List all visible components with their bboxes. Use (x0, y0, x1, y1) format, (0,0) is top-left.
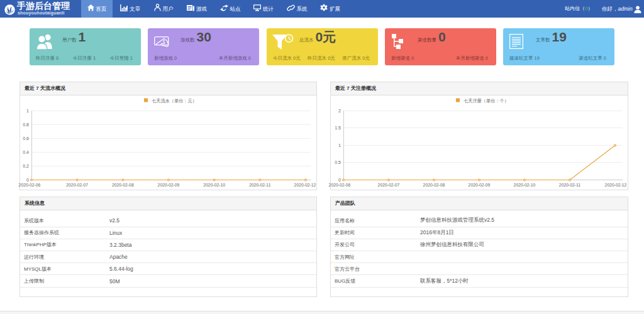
svg-text:1: 1 (338, 143, 341, 148)
svg-text:0: 0 (338, 178, 341, 182)
svg-text:2020-02-12: 2020-02-12 (605, 183, 627, 187)
svg-text:2020-02-07: 2020-02-07 (66, 183, 88, 187)
svg-text:2: 2 (338, 109, 341, 113)
svg-text:2020-02-08: 2020-02-08 (112, 183, 134, 187)
svg-text:0: 0 (26, 178, 29, 182)
svg-text:2020-02-10: 2020-02-10 (203, 183, 225, 187)
svg-text:0.5: 0.5 (335, 160, 341, 165)
svg-text:2020-02-11: 2020-02-11 (559, 183, 580, 187)
svg-text:1: 1 (26, 109, 29, 113)
svg-text:2020-02-12: 2020-02-12 (294, 183, 316, 187)
svg-text:2020-02-09: 2020-02-09 (469, 183, 491, 187)
svg-text:2020-02-09: 2020-02-09 (158, 183, 180, 187)
svg-text:0.2: 0.2 (23, 164, 29, 168)
svg-text:0.8: 0.8 (23, 122, 29, 127)
svg-text:七天流水（单位：元）: 七天流水（单位：元） (152, 98, 197, 104)
svg-text:2020-02-10: 2020-02-10 (514, 183, 536, 187)
svg-text:2020-02-06: 2020-02-06 (329, 183, 351, 187)
svg-text:2020-02-11: 2020-02-11 (249, 183, 270, 187)
svg-text:七天注册（单位：个）: 七天注册（单位：个） (464, 98, 509, 104)
svg-text:2020-02-07: 2020-02-07 (378, 183, 400, 187)
svg-text:2020-02-06: 2020-02-06 (19, 183, 41, 187)
svg-text:1.5: 1.5 (335, 126, 341, 130)
svg-text:0.6: 0.6 (23, 136, 29, 141)
svg-text:0.4: 0.4 (23, 150, 29, 154)
svg-text:2020-02-08: 2020-02-08 (423, 183, 445, 187)
